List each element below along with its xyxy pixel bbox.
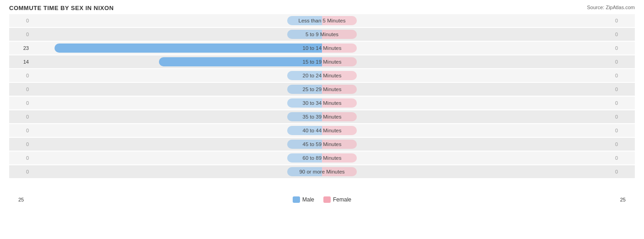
right-value: 0 — [613, 59, 635, 65]
table-row: 025 to 29 Minutes0 — [9, 83, 635, 96]
female-bar — [322, 71, 357, 80]
right-value: 0 — [613, 128, 635, 133]
left-value: 0 — [9, 100, 31, 106]
bar-mid: 15 to 19 Minutes — [31, 55, 613, 68]
male-bar — [287, 71, 322, 80]
bar-mid: 30 to 34 Minutes — [31, 97, 613, 109]
male-bar — [287, 16, 322, 25]
table-row: 05 to 9 Minutes0 — [9, 28, 635, 41]
source-text: Source: ZipAtlas.com — [587, 5, 635, 10]
female-bar — [322, 57, 357, 66]
left-value: 0 — [9, 114, 31, 120]
left-value: 0 — [9, 32, 31, 37]
chart-title: COMMUTE TIME BY SEX IN NIXON — [9, 5, 635, 11]
left-value: 0 — [9, 169, 31, 174]
female-bar — [322, 153, 357, 163]
right-value: 0 — [613, 32, 635, 37]
right-value: 0 — [613, 87, 635, 92]
legend-male-box — [293, 196, 300, 203]
table-row: 020 to 24 Minutes0 — [9, 69, 635, 82]
bar-mid: 25 to 29 Minutes — [31, 83, 613, 96]
bar-mid: 35 to 39 Minutes — [31, 110, 613, 123]
male-bar — [287, 30, 322, 39]
legend-male-label: Male — [302, 196, 314, 203]
table-row: 2310 to 14 Minutes0 — [9, 42, 635, 54]
table-row: 1415 to 19 Minutes0 — [9, 55, 635, 68]
left-value: 14 — [9, 59, 31, 65]
left-value: 0 — [9, 73, 31, 78]
female-bar — [322, 30, 357, 39]
male-bar — [55, 43, 322, 53]
right-value: 0 — [613, 155, 635, 161]
male-bar — [287, 85, 322, 94]
left-axis-label: 25 — [18, 197, 24, 202]
female-bar — [322, 16, 357, 25]
bar-mid: 10 to 14 Minutes — [31, 42, 613, 54]
female-bar — [322, 98, 357, 108]
left-value: 0 — [9, 128, 31, 133]
right-value: 0 — [613, 73, 635, 78]
right-value: 0 — [613, 169, 635, 174]
table-row: 090 or more Minutes0 — [9, 165, 635, 178]
female-bar — [322, 167, 357, 176]
bar-mid: 45 to 59 Minutes — [31, 138, 613, 151]
male-bar — [287, 126, 322, 135]
bar-mid: 5 to 9 Minutes — [31, 28, 613, 41]
right-value: 0 — [613, 141, 635, 147]
legend: Male Female — [293, 196, 351, 203]
bar-mid: 60 to 89 Minutes — [31, 152, 613, 164]
right-value: 0 — [613, 45, 635, 51]
legend-female: Female — [323, 196, 351, 203]
male-bar — [287, 140, 322, 149]
female-bar — [322, 126, 357, 135]
table-row: 060 to 89 Minutes0 — [9, 152, 635, 164]
chart-container: COMMUTE TIME BY SEX IN NIXON Source: Zip… — [0, 0, 644, 239]
right-axis-label: 25 — [620, 197, 626, 202]
table-row: 035 to 39 Minutes0 — [9, 110, 635, 123]
female-bar — [322, 85, 357, 94]
left-value: 23 — [9, 45, 31, 51]
legend-male: Male — [293, 196, 314, 203]
male-bar — [287, 112, 322, 121]
male-bar — [287, 98, 322, 108]
bar-mid: 90 or more Minutes — [31, 165, 613, 178]
table-row: 040 to 44 Minutes0 — [9, 124, 635, 137]
chart-area: 0Less than 5 Minutes005 to 9 Minutes0231… — [9, 14, 635, 193]
left-value: 0 — [9, 155, 31, 161]
right-value: 0 — [613, 18, 635, 23]
female-bar — [322, 112, 357, 121]
bar-mid: Less than 5 Minutes — [31, 14, 613, 27]
right-value: 0 — [613, 114, 635, 120]
left-value: 0 — [9, 18, 31, 23]
table-row: 0Less than 5 Minutes0 — [9, 14, 635, 27]
left-value: 0 — [9, 87, 31, 92]
male-bar — [159, 57, 322, 66]
female-bar — [322, 140, 357, 149]
bar-mid: 40 to 44 Minutes — [31, 124, 613, 137]
chart-footer: 25 Male Female 25 — [9, 193, 635, 203]
male-bar — [287, 153, 322, 163]
bar-mid: 20 to 24 Minutes — [31, 69, 613, 82]
table-row: 045 to 59 Minutes0 — [9, 138, 635, 151]
legend-female-box — [323, 196, 331, 203]
table-row: 030 to 34 Minutes0 — [9, 97, 635, 109]
legend-female-label: Female — [333, 196, 351, 203]
male-bar — [287, 167, 322, 176]
female-bar — [322, 43, 357, 53]
right-value: 0 — [613, 100, 635, 106]
left-value: 0 — [9, 141, 31, 147]
